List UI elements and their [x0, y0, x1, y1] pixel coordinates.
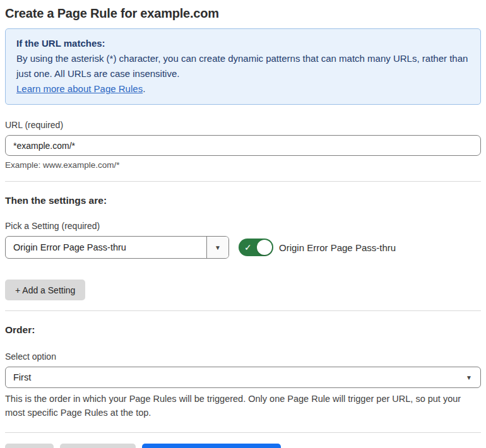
order-select-value: First: [6, 372, 466, 382]
footer-actions: Cancel Save as Draft Save and Deploy Pag…: [5, 444, 481, 448]
setting-select[interactable]: Origin Error Page Pass-thru ▼: [5, 236, 229, 259]
link-suffix: .: [143, 83, 145, 94]
order-description: This is the order in which your Page Rul…: [5, 392, 481, 420]
setting-select-arrow-button[interactable]: ▼: [206, 237, 228, 258]
url-input[interactable]: [5, 135, 481, 156]
toggle-knob: [257, 240, 272, 255]
url-field-label: URL (required): [5, 120, 481, 130]
add-setting-button[interactable]: + Add a Setting: [5, 280, 85, 300]
info-box-heading: If the URL matches:: [16, 36, 470, 51]
page-title: Create a Page Rule for example.com: [5, 6, 481, 21]
divider: [5, 432, 481, 433]
order-select[interactable]: First ▼: [5, 367, 481, 388]
setting-row: Origin Error Page Pass-thru ▼ ✓ Origin E…: [5, 236, 481, 259]
pick-setting-label: Pick a Setting (required): [5, 221, 481, 231]
setting-toggle-label: Origin Error Page Pass-thru: [279, 242, 396, 253]
dropdown-arrow-icon: ▼: [466, 374, 480, 381]
save-as-draft-button[interactable]: Save as Draft: [60, 444, 136, 448]
order-select-label: Select option: [5, 351, 481, 362]
url-match-info-box: If the URL matches: By using the asteris…: [5, 28, 481, 105]
divider: [5, 181, 481, 182]
cancel-button[interactable]: Cancel: [5, 444, 54, 448]
url-example-text: Example: www.example.com/*: [5, 160, 481, 170]
info-box-link-line: Learn more about Page Rules.: [16, 81, 470, 97]
info-box-body: By using the asterisk (*) character, you…: [16, 51, 470, 81]
learn-more-link[interactable]: Learn more about Page Rules: [16, 83, 143, 94]
save-and-deploy-button[interactable]: Save and Deploy Page Rule: [142, 444, 281, 448]
setting-select-value: Origin Error Page Pass-thru: [6, 237, 206, 258]
setting-toggle[interactable]: ✓: [239, 239, 273, 256]
page-rule-form: Create a Page Rule for example.com If th…: [0, 0, 486, 448]
order-section-heading: Order:: [5, 324, 481, 336]
dropdown-arrow-icon: ▼: [215, 244, 221, 251]
settings-section-heading: Then the settings are:: [5, 195, 481, 206]
toggle-check-icon: ✓: [244, 243, 252, 252]
divider: [5, 310, 481, 311]
